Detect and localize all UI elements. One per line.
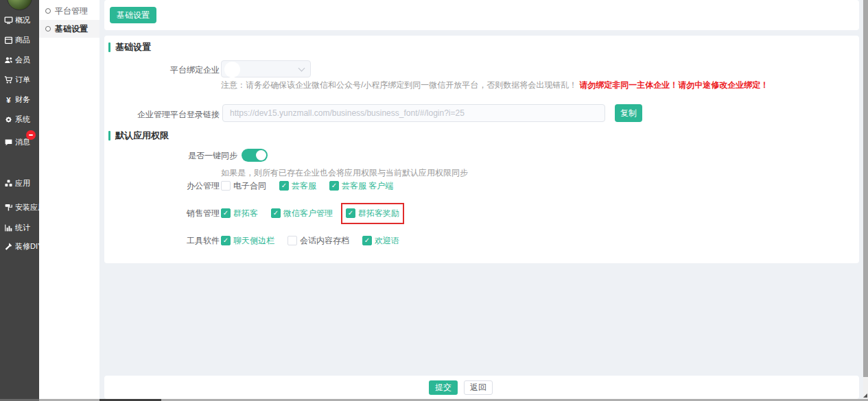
overview-icon (4, 16, 13, 25)
settings-form-card: 基础设置 平台绑定企业 注意：请务必确保该企业微信和公众号/小程序绑定到同一微信… (104, 36, 859, 263)
checkbox-checked-icon: ✓ (221, 236, 231, 245)
chat-icon (4, 138, 13, 147)
sidebar-item-messages[interactable]: 消息 (0, 136, 39, 148)
section-title: 基础设置 (115, 41, 151, 53)
radio-circle-icon (45, 8, 51, 14)
page: 概况商品会员订单¥财务系统消息应用安装应用统计装修DIY 平台管理 基础设置 基… (0, 0, 868, 401)
checkbox-checked-icon: ✓ (221, 208, 231, 218)
permission-row: 工具软件✓聊天侧边栏会话内容存档✓欢迎语 (104, 233, 722, 248)
members-icon (4, 56, 13, 64)
unread-badge (26, 130, 36, 140)
cart-icon (4, 75, 13, 84)
footer-actions-card: 提交 返回 (104, 376, 859, 399)
company-logo-placeholder (224, 62, 240, 77)
permission-group-label: 销售管理 (104, 208, 220, 219)
section-header-basic: 基础设置 (108, 41, 151, 53)
checkbox-芸客服 客户端[interactable]: ✓芸客服 客户端 (329, 180, 393, 192)
submenu-item-platform-manage[interactable]: 平台管理 (39, 2, 99, 20)
sidebar-item-label: 概况 (15, 15, 30, 25)
bar-chart-icon (4, 223, 13, 232)
gear-icon (4, 115, 13, 124)
submenu-item-label: 基础设置 (55, 23, 88, 35)
sync-label: 是否一键同步 (104, 149, 237, 162)
tab-basic-settings[interactable]: 基础设置 (110, 7, 156, 23)
goods-icon (4, 36, 13, 45)
checkbox-label: 群拓客奖励 (358, 208, 399, 219)
checkbox-label: 电子合同 (233, 180, 266, 192)
checkbox-checked-icon: ✓ (362, 236, 372, 245)
sidebar-item-system[interactable]: 系统 (0, 113, 39, 125)
chevron-down-icon (298, 65, 305, 72)
copy-button[interactable]: 复制 (615, 104, 642, 122)
submit-button[interactable]: 提交 (429, 380, 458, 395)
apps-icon (4, 179, 13, 188)
section-title: 默认应用权限 (115, 130, 169, 142)
checkbox-checked-icon: ✓ (346, 208, 355, 218)
checkbox-label: 聊天侧边栏 (233, 235, 274, 247)
back-button[interactable]: 返回 (464, 380, 493, 395)
sidebar-item-decorate-diy[interactable]: 装修DIY (0, 240, 39, 252)
checkbox-会话内容存档[interactable]: 会话内容存档 (288, 235, 349, 247)
sidebar-item-label: 会员 (15, 55, 30, 65)
checkbox-微信客户管理[interactable]: ✓微信客户管理 (271, 208, 333, 219)
checkbox-checked-icon: ✓ (279, 181, 289, 191)
permission-row: 办公管理电子合同✓芸客服✓芸客服 客户端 (104, 178, 722, 193)
note-gray-text: 注意：请务必确保该企业微信和公众号/小程序绑定到同一微信开放平台，否则数据将会出… (221, 80, 577, 90)
login-link-label: 企业管理平台登录链接 (104, 109, 220, 121)
sidebar-item-orders[interactable]: 订单 (0, 73, 39, 86)
checkbox-聊天侧边栏[interactable]: ✓聊天侧边栏 (221, 235, 274, 247)
sidebar-item-label: 应用 (15, 178, 30, 189)
radio-circle-icon (45, 26, 51, 32)
sidebar-item-members[interactable]: 会员 (0, 53, 39, 66)
permission-row: 销售管理✓群拓客✓微信客户管理✓群拓客奖励 (104, 206, 722, 221)
hammer-icon (4, 242, 13, 251)
settings-submenu: 平台管理 基础设置 (39, 0, 99, 399)
toggle-knob (256, 150, 266, 160)
sidebar-item-stats[interactable]: 统计 (0, 221, 39, 234)
bind-company-label: 平台绑定企业 (104, 64, 220, 76)
permission-group-label: 工具软件 (104, 235, 220, 247)
section-bar-icon (108, 131, 110, 141)
sidebar-item-label: 系统 (15, 114, 30, 125)
checkbox-群拓客奖励[interactable]: ✓群拓客奖励 (346, 208, 399, 219)
sidebar-item-finance[interactable]: ¥财务 (0, 93, 39, 106)
vertical-scrollbar-thumb[interactable] (863, 0, 868, 377)
checkbox-checked-icon: ✓ (271, 208, 281, 218)
sidebar-item-label: 财务 (15, 95, 30, 105)
sync-help-text: 如果是，则所有已存在企业也会将应用权限与当前默认应用权限同步 (221, 167, 468, 179)
tab-bar-card: 基础设置 (104, 0, 859, 30)
submenu-item-basic-settings[interactable]: 基础设置 (39, 20, 99, 38)
checkbox-label: 群拓客 (233, 208, 258, 219)
checkbox-label: 芸客服 客户端 (342, 180, 393, 192)
permission-options: ✓聊天侧边栏会话内容存档✓欢迎语 (221, 235, 399, 247)
permission-options: ✓群拓客✓微信客户管理✓群拓客奖励 (221, 208, 399, 219)
checkbox-label: 会话内容存档 (300, 235, 349, 247)
yen-icon: ¥ (4, 95, 13, 104)
checkbox-label: 微信客户管理 (283, 208, 333, 219)
checkbox-欢迎语[interactable]: ✓欢迎语 (362, 235, 399, 247)
checkbox-电子合同[interactable]: 电子合同 (221, 180, 266, 192)
login-link-input[interactable] (222, 104, 605, 122)
submenu-item-label: 平台管理 (55, 5, 88, 17)
avatar[interactable] (7, 0, 32, 10)
checkbox-unchecked-icon (221, 181, 231, 191)
checkbox-群拓客[interactable]: ✓群拓客 (221, 208, 258, 219)
checkbox-label: 芸客服 (292, 180, 316, 192)
sidebar-item-install-app[interactable]: 安装应用 (0, 201, 39, 213)
bind-company-select[interactable] (221, 60, 311, 77)
roller-icon (4, 203, 13, 212)
section-header-default-permissions: 默认应用权限 (108, 130, 169, 142)
section-bar-icon (108, 42, 110, 52)
checkbox-unchecked-icon (288, 236, 297, 245)
svg-text:¥: ¥ (6, 95, 11, 104)
checkbox-checked-icon: ✓ (329, 181, 339, 191)
sync-toggle-on[interactable] (242, 149, 268, 162)
checkbox-芸客服[interactable]: ✓芸客服 (279, 180, 316, 192)
sidebar-item-overview[interactable]: 概况 (0, 14, 39, 26)
sidebar-item-goods[interactable]: 商品 (0, 34, 39, 46)
sidebar-item-label: 商品 (15, 35, 30, 45)
main-sidebar: 概况商品会员订单¥财务系统消息应用安装应用统计装修DIY (0, 0, 39, 399)
sidebar-item-apps[interactable]: 应用 (0, 177, 39, 189)
checkbox-label: 欢迎语 (375, 235, 399, 247)
permission-group-label: 办公管理 (104, 180, 220, 192)
